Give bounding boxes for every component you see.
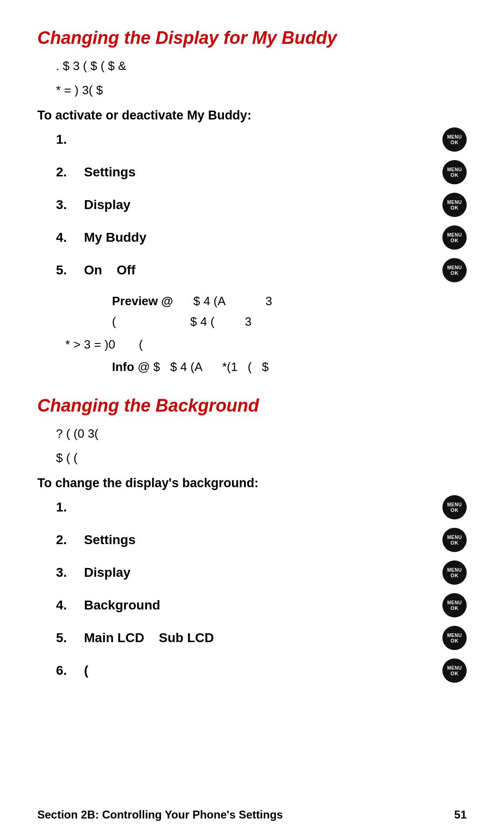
step-3-text: Display [84, 197, 438, 212]
preview-line1: Preview @ $ 4 (A 3 [112, 291, 467, 311]
bg-step-5-num: 5. [56, 630, 84, 645]
section-background: Changing the Background ? ( (0 3( $ ( ( … [37, 396, 467, 683]
bg-step-1-num: 1. [56, 500, 84, 515]
step-2-num: 2. [56, 165, 84, 180]
footer-page-number: 51 [454, 808, 467, 821]
step-1-num: 1. [56, 132, 84, 147]
bg-step-1: 1. MENU OK [56, 495, 467, 519]
menu-ok-button-2[interactable]: MENU OK [442, 160, 467, 184]
page-footer: Section 2B: Controlling Your Phone's Set… [37, 808, 467, 821]
bg-step-2: 2. Settings MENU OK [56, 528, 467, 552]
step-4-text: My Buddy [84, 230, 438, 245]
step-3-num: 3. [56, 197, 84, 212]
bg-step-2-num: 2. [56, 532, 84, 547]
section2-garbled1: ? ( (0 3( [56, 424, 467, 444]
step-2: 2. Settings MENU OK [56, 160, 467, 184]
menu-ok-button-bg-1[interactable]: MENU OK [442, 495, 467, 519]
bg-step-3-text: Display [84, 565, 438, 580]
bg-step-4-num: 4. [56, 598, 84, 613]
step-5-num: 5. [56, 263, 84, 278]
bg-step-6-text: ( [84, 663, 438, 678]
preview-line2: ( $ 4 ( 3 [112, 311, 467, 332]
bg-step-5: 5. Main LCD Sub LCD MENU OK [56, 626, 467, 650]
section-my-buddy: Changing the Display for My Buddy . $ 3 … [37, 28, 467, 377]
section2-steps: 1. MENU OK 2. Settings MENU OK 3. Displ [56, 495, 467, 683]
bg-step-5-text: Main LCD Sub LCD [84, 630, 438, 645]
bg-step-3-num: 3. [56, 565, 84, 580]
bg-step-6: 6. ( MENU OK [56, 658, 467, 683]
step-2-text: Settings [84, 165, 438, 180]
section1-steps: 1. MENU OK 2. Settings MENU OK 3. Displ [56, 127, 467, 282]
step-5-text: On Off [84, 263, 438, 278]
section1-instruction: To activate or deactivate My Buddy: [37, 108, 467, 123]
menu-ok-button-5[interactable]: MENU OK [442, 258, 467, 282]
menu-ok-button-bg-6[interactable]: MENU OK [442, 658, 467, 683]
menu-ok-button-bg-5[interactable]: MENU OK [442, 626, 467, 650]
step-5: 5. On Off MENU OK [56, 258, 467, 282]
section1-garbled1: . $ 3 ( $ ( $ & [56, 56, 467, 76]
menu-ok-button-bg-2[interactable]: MENU OK [442, 528, 467, 552]
menu-ok-button-3[interactable]: MENU OK [442, 193, 467, 217]
menu-ok-button-1[interactable]: MENU OK [442, 127, 467, 152]
menu-ok-button-bg-4[interactable]: MENU OK [442, 593, 467, 617]
bg-step-2-text: Settings [84, 532, 438, 547]
bg-step-3: 3. Display MENU OK [56, 560, 467, 585]
section2-title: Changing the Background [37, 396, 467, 416]
star-line: * > 3 = )0 ( [65, 334, 467, 355]
menu-ok-button-4[interactable]: MENU OK [442, 225, 467, 250]
info-block: Info @ $ $ 4 (A *(1 ( $ [112, 357, 467, 377]
preview-block: Preview @ $ 4 (A 3 ( $ 4 ( 3 [112, 291, 467, 332]
step-4: 4. My Buddy MENU OK [56, 225, 467, 250]
section2-instruction: To change the display's background: [37, 476, 467, 490]
section1-garbled2: * = ) 3( $ [56, 81, 467, 100]
section1-title: Changing the Display for My Buddy [37, 28, 467, 48]
bg-step-4: 4. Background MENU OK [56, 593, 467, 617]
menu-ok-button-bg-3[interactable]: MENU OK [442, 560, 467, 585]
step-3: 3. Display MENU OK [56, 193, 467, 217]
section2-garbled2: $ ( ( [56, 448, 467, 468]
bg-step-4-text: Background [84, 598, 438, 613]
step-4-num: 4. [56, 230, 84, 245]
bg-step-6-num: 6. [56, 663, 84, 678]
footer-section-label: Section 2B: Controlling Your Phone's Set… [37, 808, 283, 821]
step-1: 1. MENU OK [56, 127, 467, 152]
